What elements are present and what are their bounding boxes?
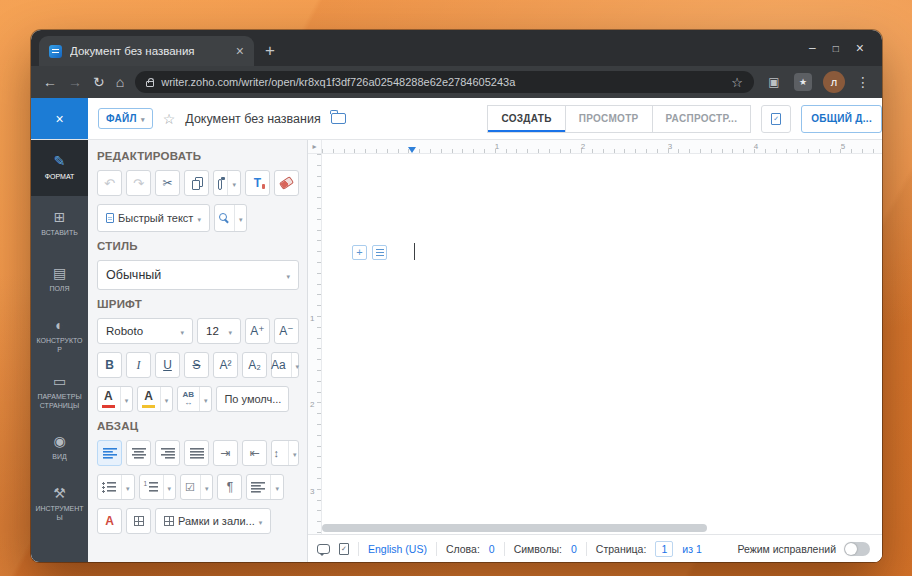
paragraph-style-select[interactable]: Обычный (97, 260, 299, 290)
browser-menu-icon[interactable] (856, 74, 870, 90)
horizontal-ruler[interactable]: 1 2 3 4 5 (308, 140, 882, 154)
highlight-color-button[interactable]: A (137, 386, 173, 412)
paste-button[interactable] (213, 170, 241, 196)
align-center-button[interactable] (126, 440, 151, 466)
proofing-icon[interactable] (339, 543, 349, 555)
sidebar-item-tools[interactable]: ИНСТРУМЕНТЫ (31, 476, 88, 532)
font-family-select[interactable]: Roboto (97, 318, 193, 344)
columns-button[interactable] (126, 508, 151, 534)
insert-format-button[interactable] (372, 245, 387, 260)
clear-format-button[interactable] (274, 170, 299, 196)
chevron-down-icon[interactable] (232, 176, 236, 190)
document-area[interactable]: 1 2 3 4 5 1 2 3 (308, 140, 882, 534)
increase-font-button[interactable]: A⁺ (245, 318, 270, 344)
indent-decrease-button[interactable] (242, 440, 267, 466)
justify-button[interactable] (184, 440, 209, 466)
distribute-mode-button[interactable]: РАСПРОСТР... (652, 105, 752, 133)
review-button[interactable] (761, 105, 791, 133)
words-count[interactable]: 0 (489, 543, 495, 555)
chevron-down-icon[interactable] (293, 446, 297, 460)
quick-text-button[interactable]: Быстрый текст (97, 204, 210, 232)
tab-close-icon[interactable] (236, 44, 244, 58)
borders-shading-button[interactable]: Рамки и зали... (155, 508, 271, 534)
language-selector[interactable]: English (US) (368, 543, 427, 555)
extensions-icon[interactable] (794, 73, 812, 91)
chevron-down-icon[interactable] (125, 392, 129, 406)
back-icon[interactable] (43, 75, 57, 89)
copy-button[interactable] (184, 170, 209, 196)
font-size-select[interactable]: 12 (197, 318, 241, 344)
file-menu-button[interactable]: ФАЙЛ (98, 108, 153, 129)
format-painter-button[interactable] (245, 170, 270, 196)
insert-plus-button[interactable] (352, 245, 367, 260)
home-icon[interactable] (116, 75, 124, 89)
vertical-ruler[interactable]: 1 2 3 (308, 154, 322, 534)
text-direction-button[interactable] (246, 474, 284, 500)
margin-marker[interactable] (408, 147, 416, 157)
chevron-down-icon[interactable] (296, 358, 300, 372)
new-tab-button[interactable] (265, 42, 275, 59)
character-spacing-button[interactable]: AB (177, 386, 212, 412)
sidebar-item-designer[interactable]: КОНСТРУКТОР (31, 308, 88, 364)
browser-avatar[interactable]: л (823, 71, 845, 93)
url-bar[interactable]: writer.zoho.com/writer/open/kr8xq1f3df72… (135, 71, 754, 93)
chevron-down-icon[interactable] (205, 480, 209, 494)
decrease-font-button[interactable]: A⁻ (274, 318, 299, 344)
bold-button[interactable]: B (97, 352, 122, 378)
strikethrough-button[interactable]: S (184, 352, 209, 378)
redo-button[interactable] (126, 170, 151, 196)
undo-button[interactable] (97, 170, 122, 196)
forward-icon[interactable] (68, 75, 82, 89)
align-right-button[interactable] (155, 440, 180, 466)
chevron-down-icon[interactable] (168, 480, 172, 494)
numbered-list-button[interactable] (139, 474, 177, 500)
find-replace-button[interactable] (214, 204, 248, 232)
window-maximize-button[interactable] (833, 42, 839, 54)
sidebar-item-insert[interactable]: ВСТАВИТЬ (31, 196, 88, 252)
sidebar-item-fields[interactable]: ПОЛЯ (31, 252, 88, 308)
document-title[interactable]: Документ без названия (185, 112, 320, 126)
chars-count[interactable]: 0 (571, 543, 577, 555)
sidebar-item-view[interactable]: ВИД (31, 420, 88, 476)
underline-button[interactable]: U (155, 352, 180, 378)
cut-button[interactable] (155, 170, 180, 196)
checklist-button[interactable] (180, 474, 213, 500)
preview-mode-button[interactable]: ПРОСМОТР (565, 105, 653, 133)
superscript-button[interactable]: A² (213, 352, 238, 378)
sidebar-item-page-setup[interactable]: ПАРАМЕТРЫ СТРАНИЦЫ (31, 364, 88, 420)
character-style-button[interactable]: А (97, 508, 122, 534)
line-spacing-button[interactable] (271, 440, 299, 466)
track-changes-toggle[interactable] (844, 542, 870, 556)
create-mode-button[interactable]: СОЗДАТЬ (487, 105, 565, 133)
show-formatting-button[interactable] (217, 474, 242, 500)
sidebar-item-format[interactable]: ФОРМАТ (31, 140, 88, 196)
bullet-list-button[interactable] (97, 474, 135, 500)
page-number-box[interactable]: 1 (655, 541, 673, 557)
favorite-star-icon[interactable] (163, 111, 176, 127)
folder-icon[interactable] (331, 113, 346, 124)
align-left-button[interactable] (97, 440, 122, 466)
close-panel-button[interactable] (31, 98, 88, 140)
chevron-down-icon[interactable] (275, 480, 279, 494)
chevron-down-icon[interactable] (126, 480, 130, 494)
reload-icon[interactable] (93, 75, 105, 89)
chevron-down-icon[interactable] (204, 392, 208, 406)
scrollbar-thumb[interactable] (322, 524, 707, 532)
comments-icon[interactable] (317, 544, 330, 554)
window-close-button[interactable] (856, 41, 864, 55)
url-text[interactable]: writer.zoho.com/writer/open/kr8xq1f3df72… (161, 76, 724, 88)
indent-increase-button[interactable] (213, 440, 238, 466)
browser-tab[interactable]: Документ без названия (39, 36, 254, 66)
bookmark-star-icon[interactable] (731, 76, 743, 89)
side-panel-icon[interactable] (765, 73, 783, 91)
font-color-button[interactable]: A (97, 386, 133, 412)
window-minimize-button[interactable] (809, 42, 816, 54)
chevron-down-icon[interactable] (165, 392, 169, 406)
subscript-button[interactable]: A₂ (242, 352, 267, 378)
chevron-down-icon[interactable] (239, 211, 243, 225)
horizontal-scrollbar[interactable] (322, 524, 872, 532)
change-case-button[interactable]: Aa (271, 352, 299, 378)
italic-button[interactable]: I (126, 352, 151, 378)
share-button[interactable]: ОБЩИЙ Д... (801, 105, 882, 133)
set-default-button[interactable]: По умолч... (216, 386, 289, 412)
